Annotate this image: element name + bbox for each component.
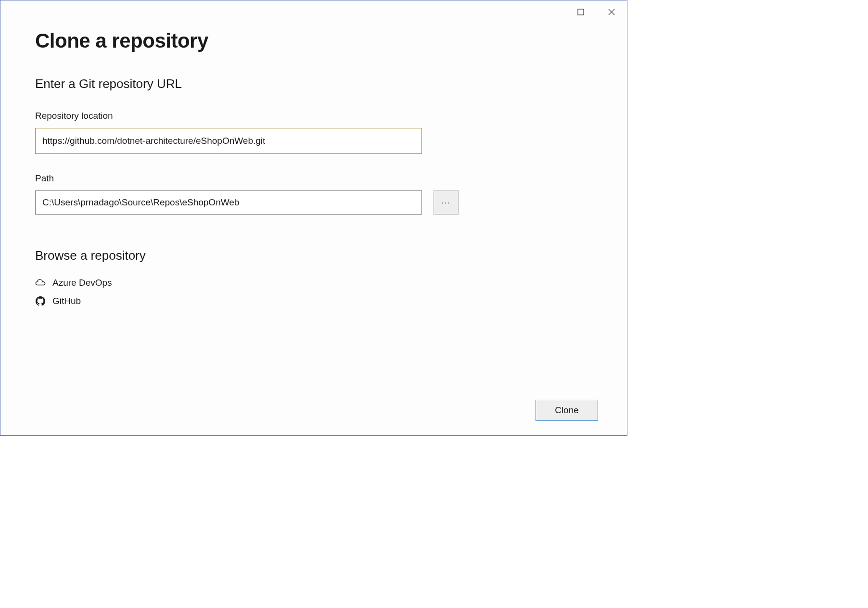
- path-input[interactable]: [35, 190, 422, 215]
- browse-item-azure-devops[interactable]: Azure DevOps: [35, 274, 592, 292]
- browse-path-button[interactable]: ...: [434, 190, 459, 215]
- titlebar: [565, 0, 627, 24]
- page-title: Clone a repository: [35, 29, 592, 52]
- path-field-group: Path ...: [35, 173, 592, 215]
- section-enter-url-heading: Enter a Git repository URL: [35, 76, 592, 91]
- browse-item-label: GitHub: [52, 296, 81, 306]
- close-button[interactable]: [596, 0, 627, 24]
- path-label: Path: [35, 173, 592, 184]
- github-icon: [35, 296, 46, 306]
- svg-rect-0: [578, 9, 584, 15]
- cloud-icon: [35, 278, 46, 288]
- clone-repository-dialog: Clone a repository Enter a Git repositor…: [0, 0, 627, 436]
- browse-item-github[interactable]: GitHub: [35, 292, 592, 310]
- dialog-footer: Clone: [536, 400, 598, 421]
- close-icon: [608, 9, 615, 15]
- maximize-button[interactable]: [565, 0, 596, 24]
- browse-item-label: Azure DevOps: [52, 278, 112, 288]
- repo-location-input[interactable]: [35, 128, 422, 154]
- maximize-icon: [577, 9, 584, 15]
- section-browse-heading: Browse a repository: [35, 248, 592, 263]
- repo-location-field-group: Repository location: [35, 111, 592, 154]
- clone-button[interactable]: Clone: [536, 400, 598, 421]
- browse-repository-section: Browse a repository Azure DevOps GitHub: [35, 248, 592, 310]
- repo-location-label: Repository location: [35, 111, 592, 121]
